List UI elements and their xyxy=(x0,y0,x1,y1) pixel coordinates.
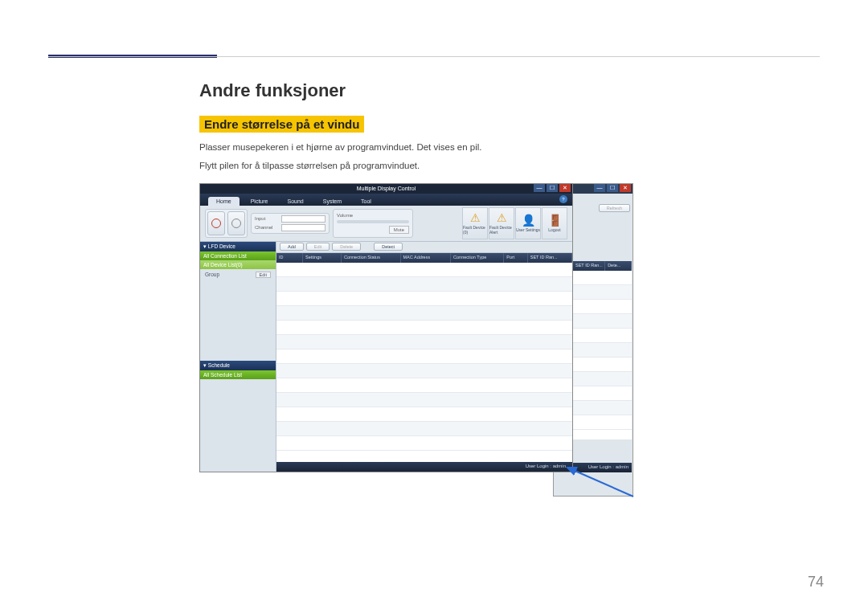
page-number: 74 xyxy=(808,574,824,591)
tab-home[interactable]: Home xyxy=(208,197,240,206)
table-row xyxy=(276,292,572,306)
table-row xyxy=(276,407,572,422)
detect-button[interactable]: Detect xyxy=(374,243,403,251)
delete-button[interactable]: Delete xyxy=(332,243,361,251)
tab-system[interactable]: System xyxy=(315,197,350,206)
monitor-warning-icon: ⚠ xyxy=(470,211,481,224)
fault-device-label: Fault Device (0) xyxy=(463,225,487,235)
refresh-button[interactable]: Refresh xyxy=(599,204,630,212)
channel-select[interactable] xyxy=(281,224,326,231)
tab-sound[interactable]: Sound xyxy=(279,197,311,206)
maximize-icon[interactable]: ☐ xyxy=(607,184,618,192)
sidebar: ▾ LFD Device All Connection List All Dev… xyxy=(200,242,276,472)
close-icon[interactable]: ✕ xyxy=(559,184,571,192)
fault-alert-button[interactable]: ⚠Fault Device Alert xyxy=(489,207,514,239)
table-row xyxy=(276,335,572,349)
sidebar-item-all-connection[interactable]: All Connection List xyxy=(200,251,276,260)
back-table-header: SET ID Ran... Dete... xyxy=(573,261,632,271)
input-label: Input xyxy=(255,216,279,221)
table-row xyxy=(276,436,572,451)
mute-button[interactable]: Mute xyxy=(389,226,409,234)
volume-label: Volume xyxy=(337,213,409,218)
lfd-label: LFD Device xyxy=(208,243,235,249)
input-select[interactable] xyxy=(281,215,326,223)
window-title: Multiple Display Control — ☐ ✕ xyxy=(200,184,572,194)
close-icon[interactable]: ✕ xyxy=(620,184,631,192)
back-buttonbar: Refresh xyxy=(573,202,632,214)
power-on-icon xyxy=(211,219,221,228)
sidebar-item-all-schedule[interactable]: All Schedule List xyxy=(200,370,276,379)
window-back-body: Refresh SET ID Ran... Dete... User Login… xyxy=(573,202,632,472)
window-title-text: Multiple Display Control xyxy=(357,186,416,191)
statusbar: User Login : admin xyxy=(276,462,572,472)
schedule-label: Schedule xyxy=(208,362,230,368)
fault-device-button[interactable]: ⚠Fault Device (0) xyxy=(462,207,488,239)
table-row xyxy=(276,321,572,335)
channel-label: Channel xyxy=(255,225,279,230)
minimize-icon[interactable]: — xyxy=(534,184,545,192)
table-row xyxy=(276,364,572,378)
table-row xyxy=(276,378,572,393)
col-setid: SET ID Ran... xyxy=(573,261,605,271)
tab-picture[interactable]: Picture xyxy=(243,197,276,206)
data-grid xyxy=(276,263,572,462)
col-dete: Dete... xyxy=(605,261,632,271)
table-row xyxy=(276,422,572,436)
content-area: Andre funksjoner Endre størrelse på et v… xyxy=(199,80,818,501)
button-bar: Add Edit Delete Detect xyxy=(276,242,572,253)
table-row xyxy=(276,349,572,364)
heading-1: Andre funksjoner xyxy=(199,80,818,101)
tab-tool[interactable]: Tool xyxy=(353,197,379,206)
volume-slider[interactable] xyxy=(337,220,409,223)
edit-button[interactable]: Edit xyxy=(256,272,271,278)
door-icon: 🚪 xyxy=(548,214,562,227)
tab-bar: Home Picture Sound System Tool ? xyxy=(200,194,572,206)
add-button[interactable]: Add xyxy=(280,243,304,251)
table-header: ID Settings Connection Status MAC Addres… xyxy=(276,253,572,263)
table-row xyxy=(276,263,572,277)
power-on-button[interactable] xyxy=(207,211,225,235)
paragraph-1: Plasser musepekeren i et hjørne av progr… xyxy=(199,141,818,154)
window-back-controls: — ☐ ✕ xyxy=(594,184,631,192)
power-off-button[interactable] xyxy=(227,211,245,235)
sidebar-item-all-device[interactable]: All Device List(0) xyxy=(200,260,276,269)
sidebar-header-lfd[interactable]: ▾ LFD Device xyxy=(200,242,276,251)
edit-button[interactable]: Edit xyxy=(306,243,330,251)
power-off-icon xyxy=(231,219,241,228)
power-group xyxy=(205,209,248,238)
alert-icon: ⚠ xyxy=(497,211,507,224)
col-port: Port xyxy=(504,253,527,263)
tool-icons: ⚠Fault Device (0) ⚠Fault Device Alert 👤U… xyxy=(462,207,567,239)
back-grid xyxy=(573,271,632,439)
sidebar-header-schedule[interactable]: ▾ Schedule xyxy=(200,361,276,370)
table-row xyxy=(276,277,572,292)
sidebar-spacer xyxy=(200,280,276,361)
maximize-icon[interactable]: ☐ xyxy=(547,184,558,192)
sidebar-item-group[interactable]: Group Edit xyxy=(200,269,276,280)
main-panel: Add Edit Delete Detect ID Settings Conne… xyxy=(276,242,572,472)
logout-button[interactable]: 🚪Logout xyxy=(542,207,567,239)
col-setid: SET ID Ran... xyxy=(528,253,572,263)
input-group: Input Channel xyxy=(251,213,330,234)
heading-2: Endre størrelse på et vindu xyxy=(199,116,364,133)
col-settings: Settings xyxy=(303,253,342,263)
col-conn: Connection Status xyxy=(342,253,401,263)
col-ctype: Connection Type xyxy=(451,253,504,263)
window-body: ▾ LFD Device All Connection List All Dev… xyxy=(200,242,572,472)
window-front: Multiple Display Control — ☐ ✕ Home Pict… xyxy=(199,183,573,472)
user-icon: 👤 xyxy=(522,214,535,227)
screenshot-figure: — ☐ ✕ Refresh SET ID Ran... Dete... User… xyxy=(199,183,633,501)
minimize-icon[interactable]: — xyxy=(594,184,605,192)
user-settings-label: User Settings xyxy=(516,227,540,232)
user-settings-button[interactable]: 👤User Settings xyxy=(515,207,541,239)
fault-alert-label: Fault Device Alert xyxy=(489,225,514,235)
help-icon[interactable]: ? xyxy=(559,195,567,203)
table-row xyxy=(276,393,572,407)
back-statusbar: User Login : admin xyxy=(573,463,632,472)
group-label: Group xyxy=(205,272,219,278)
toolbar: Input Channel Volume Mute ⚠Fault Device … xyxy=(200,206,572,242)
col-id: ID xyxy=(276,253,303,263)
col-mac: MAC Address xyxy=(401,253,452,263)
volume-group: Volume Mute xyxy=(333,209,413,238)
paragraph-2: Flytt pilen for å tilpasse størrelsen på… xyxy=(199,159,818,173)
